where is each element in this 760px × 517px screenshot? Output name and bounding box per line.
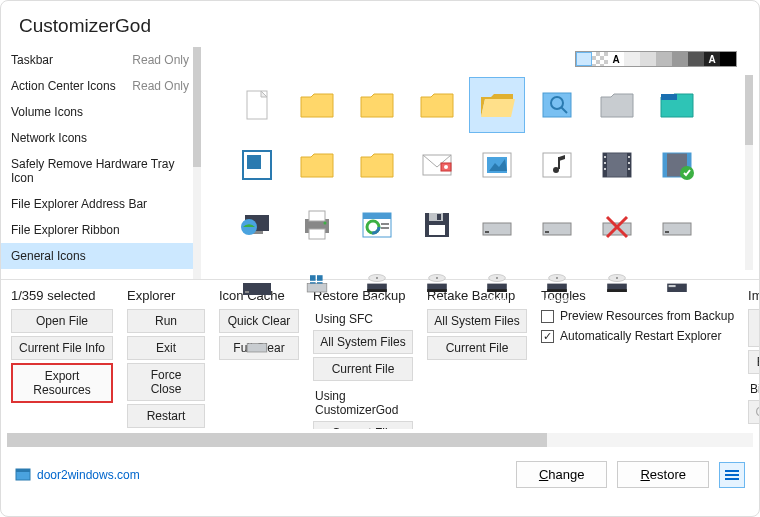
export-resources-button[interactable]: Export Resources (11, 363, 113, 403)
dvd-rom-drive-icon[interactable]: DVD-ROM (529, 257, 585, 313)
folder-icon[interactable] (349, 137, 405, 193)
view-mode-cell[interactable] (640, 52, 656, 66)
printer-icon[interactable] (289, 197, 345, 253)
svg-rect-48 (543, 223, 571, 235)
sidebar-item-label: Volume Icons (11, 105, 83, 119)
folder-icon[interactable] (289, 77, 345, 133)
change-button[interactable]: Change (516, 461, 608, 488)
open-file-button[interactable]: Open File (11, 309, 113, 333)
svg-rect-81 (607, 289, 627, 292)
sidebar-item[interactable]: File Explorer Address Bar (1, 191, 201, 217)
svg-point-35 (324, 222, 327, 225)
sidebar-item[interactable]: General Icons (1, 243, 201, 269)
drive-icon[interactable] (229, 317, 285, 373)
sidebar-item[interactable]: Volume Icons (1, 99, 201, 125)
current-file-info-button[interactable]: Current File Info (11, 336, 113, 360)
search-folder-icon[interactable] (529, 77, 585, 133)
footer-link[interactable]: door2windows.com (15, 467, 140, 483)
windows-drive-icon[interactable] (289, 257, 345, 313)
svg-rect-73 (487, 289, 507, 292)
drive-icon[interactable] (529, 197, 585, 253)
view-mode-cell[interactable] (624, 52, 640, 66)
svg-rect-55 (243, 283, 271, 295)
dvd-drive-icon[interactable]: DVD (349, 257, 405, 313)
app-window-icon[interactable] (229, 137, 285, 193)
video-icon[interactable] (589, 137, 645, 193)
svg-rect-84 (247, 344, 267, 352)
video-sync-icon[interactable] (649, 137, 705, 193)
svg-point-23 (628, 162, 630, 164)
view-mode-selector[interactable]: AA (575, 51, 737, 67)
force-close-button[interactable]: Force Close (127, 363, 205, 401)
folder-gray-icon[interactable] (589, 77, 645, 133)
svg-point-67 (436, 277, 438, 279)
dvd-r-drive-icon[interactable]: DVD-R (409, 257, 465, 313)
sidebar-item[interactable]: Action Center IconsRead Only (1, 73, 201, 99)
folder-icon[interactable] (349, 77, 405, 133)
svg-point-22 (628, 156, 630, 158)
run-button[interactable]: Run (127, 309, 205, 333)
control-panel-icon[interactable] (349, 197, 405, 253)
drive-dark-icon[interactable] (229, 257, 285, 313)
current-file-button[interactable]: Current File (313, 421, 413, 429)
selection-col: 1/359 selected Open FileCurrent File Inf… (11, 288, 113, 425)
dvd-ram-drive-icon[interactable]: DVD-RAM (469, 257, 525, 313)
bottom-hscroll-track[interactable] (7, 433, 753, 447)
mail-icon[interactable] (409, 137, 465, 193)
view-mode-cell[interactable] (720, 52, 736, 66)
svg-rect-77 (547, 289, 567, 292)
icon-scrollbar-thumb[interactable] (745, 75, 753, 145)
view-mode-cell[interactable] (576, 52, 592, 66)
svg-rect-14 (543, 153, 571, 177)
svg-rect-44 (437, 214, 441, 220)
sidebar-item[interactable]: TaskbarRead Only (1, 47, 201, 73)
view-mode-cell[interactable] (656, 52, 672, 66)
sidebar-item[interactable]: Network Icons (1, 125, 201, 151)
view-mode-cell[interactable] (688, 52, 704, 66)
folder-open-icon[interactable] (469, 77, 525, 133)
floppy-icon[interactable] (409, 197, 465, 253)
sidebar-item-label: General Icons (11, 249, 86, 263)
sidebar-item-label: Network Icons (11, 131, 87, 145)
svg-point-21 (604, 168, 606, 170)
view-mode-cell[interactable] (672, 52, 688, 66)
svg-rect-45 (429, 225, 445, 235)
svg-rect-61 (317, 282, 323, 283)
svg-point-63 (376, 277, 378, 279)
picture-icon[interactable] (469, 137, 525, 193)
sidebar-item[interactable]: Safely Remove Hardware Tray Icon (1, 151, 201, 191)
view-mode-cell[interactable]: A (704, 52, 720, 66)
drive-error-icon[interactable] (589, 197, 645, 253)
view-mode-cell[interactable]: A (608, 52, 624, 66)
svg-rect-57 (307, 284, 327, 292)
bottom-hscroll-thumb[interactable] (7, 433, 547, 447)
view-mode-cell[interactable] (592, 52, 608, 66)
readonly-label: Read Only (132, 53, 189, 67)
music-icon[interactable] (529, 137, 585, 193)
folder-icon[interactable] (409, 77, 465, 133)
drive-icon[interactable] (649, 197, 705, 253)
menu-button[interactable] (719, 462, 745, 488)
document-icon[interactable] (229, 77, 285, 133)
icon-grid-area: AA DVDDVD-RDVD-RAMDVD-ROMDVD-RW (201, 47, 759, 279)
bitmap-sub: Bitmap F (750, 382, 759, 396)
restart-button[interactable]: Restart (127, 404, 205, 428)
folder-teal-icon[interactable] (649, 77, 705, 133)
svg-point-20 (604, 162, 606, 164)
svg-rect-46 (483, 223, 511, 235)
svg-rect-86 (16, 469, 30, 472)
restore-button[interactable]: Restore (617, 461, 709, 488)
original-button[interactable]: Original (748, 400, 759, 424)
svg-rect-49 (545, 231, 549, 233)
svg-rect-58 (310, 275, 316, 281)
sidebar-scrollbar-thumb[interactable] (193, 47, 201, 167)
drive-icon[interactable] (469, 197, 525, 253)
sidebar-item[interactable]: File Explorer Ribbon (1, 217, 201, 243)
app-title: CustomizerGod (1, 1, 759, 47)
exit-button[interactable]: Exit (127, 336, 205, 360)
dvd-rw-drive-icon[interactable]: DVD-RW (589, 257, 645, 313)
monitor-globe-icon[interactable] (229, 197, 285, 253)
svg-rect-40 (381, 223, 389, 225)
folder-icon[interactable] (289, 137, 345, 193)
drive-dark-icon[interactable] (649, 257, 705, 313)
